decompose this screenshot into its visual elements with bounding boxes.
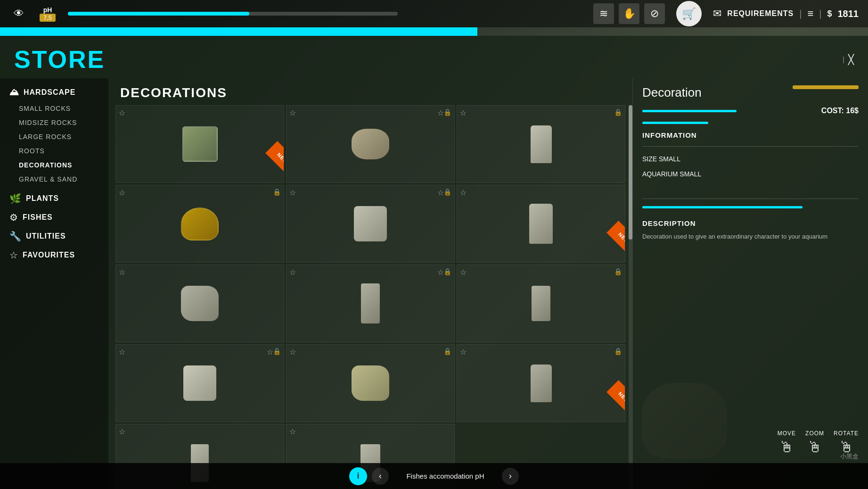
watermark: 小黑盒 bbox=[840, 452, 859, 461]
money-amount: 1811 bbox=[838, 8, 859, 19]
star-icon-11[interactable]: ☆ bbox=[289, 348, 296, 356]
fishes-label: FISHES bbox=[23, 213, 53, 222]
rotate-label: ROTATE bbox=[834, 430, 859, 437]
store-main-wrapper: ⛰ HARDSCAPE SMALL ROCKS MIDSIZE ROCKS LA… bbox=[0, 78, 868, 489]
new-badge-1: NEW bbox=[265, 141, 284, 176]
hud-divider2: | bbox=[819, 8, 821, 19]
hud-divider: | bbox=[799, 8, 802, 19]
move-control[interactable]: MOVE 🖱 bbox=[778, 430, 796, 456]
star-icon-5b[interactable]: ☆ bbox=[437, 188, 444, 197]
sidebar-item-large-rocks[interactable]: LARGE ROCKS bbox=[0, 130, 108, 144]
next-button[interactable]: › bbox=[502, 468, 519, 485]
hud-bar: 👁 pH 7,5 ≋ ✋ ⊘ 🛒 ✉ REQUIREMENTS | ≡ | $ … bbox=[0, 0, 868, 27]
eye-icon[interactable]: 👁 bbox=[9, 4, 28, 23]
filter-icon[interactable]: ≋ bbox=[593, 3, 614, 24]
scroll-thumb[interactable] bbox=[629, 105, 632, 240]
store-close-button[interactable]: | ╳ bbox=[843, 54, 854, 65]
list-icon[interactable]: ≡ bbox=[807, 8, 813, 20]
lock-icon-4: 🔒 bbox=[273, 188, 281, 196]
zoom-control[interactable]: ZOOM 🖱 bbox=[805, 430, 824, 456]
sidebar-item-hardscape[interactable]: ⛰ HARDSCAPE bbox=[0, 83, 108, 101]
cost-label: COST: 16$ bbox=[821, 107, 859, 115]
sidebar-item-small-rocks[interactable]: SMALL ROCKS bbox=[0, 101, 108, 116]
item-shape-10 bbox=[183, 365, 216, 401]
sidebar-item-midsize-rocks[interactable]: MIDSIZE ROCKS bbox=[0, 116, 108, 130]
cart-button[interactable]: 🛒 bbox=[676, 1, 702, 26]
grid-item-12[interactable]: ☆ 🔒 NEW bbox=[457, 344, 625, 422]
move-label: MOVE bbox=[778, 430, 796, 437]
sidebar-item-plants[interactable]: 🌿 PLANTS bbox=[0, 189, 108, 208]
star-icon-8b[interactable]: ☆ bbox=[437, 268, 444, 277]
star-icon-5[interactable]: ☆ bbox=[289, 188, 296, 197]
info-button[interactable]: i bbox=[349, 467, 367, 485]
lock-icon-2: 🔒 bbox=[443, 108, 451, 116]
star-icon-9[interactable]: ☆ bbox=[460, 268, 467, 277]
star-icon-2[interactable]: ☆ bbox=[289, 108, 296, 117]
star-icon-13[interactable]: ☆ bbox=[119, 427, 125, 436]
grid-item-8[interactable]: ☆ 🔒 ☆ bbox=[286, 265, 455, 342]
gold-progress-bar bbox=[793, 85, 859, 89]
sidebar-item-fishes[interactable]: ⚙ FISHES bbox=[0, 208, 108, 227]
grid-item-11[interactable]: ☆ 🔒 bbox=[286, 344, 455, 422]
new-badge-12: NEW bbox=[606, 380, 625, 415]
lock-icon-11: 🔒 bbox=[443, 348, 451, 355]
grid-item-6[interactable]: ☆ NEW bbox=[457, 185, 625, 263]
favourites-label: FAVOURITES bbox=[23, 251, 75, 259]
item-shape-2 bbox=[352, 129, 389, 159]
sidebar-item-favourites[interactable]: ☆ FAVOURITES bbox=[0, 246, 108, 265]
mail-icon[interactable]: ✉ bbox=[713, 8, 721, 20]
star-icon-14[interactable]: ☆ bbox=[289, 427, 296, 436]
no-icon[interactable]: ⊘ bbox=[644, 3, 665, 24]
sidebar-item-roots[interactable]: ROOTS bbox=[0, 144, 108, 158]
sidebar: ⛰ HARDSCAPE SMALL ROCKS MIDSIZE ROCKS LA… bbox=[0, 78, 108, 489]
grid-item-10[interactable]: ☆ 🔒 ☆ bbox=[115, 344, 284, 422]
item-shape-12 bbox=[531, 365, 552, 402]
ph-progress-bar bbox=[68, 12, 398, 16]
store-overlay: STORE | ╳ ⛰ HARDSCAPE SMALL ROCKS MIDSIZ… bbox=[0, 36, 868, 489]
sidebar-item-utilities[interactable]: 🔧 UTILITIES bbox=[0, 227, 108, 246]
sidebar-item-gravel-sand[interactable]: GRAVEL & SAND bbox=[0, 172, 108, 186]
star-icon-6[interactable]: ☆ bbox=[460, 188, 467, 197]
grid-item-7[interactable]: ☆ bbox=[115, 265, 284, 342]
star-icon-12[interactable]: ☆ bbox=[460, 348, 467, 356]
item-shape-7 bbox=[181, 286, 219, 321]
dollar-sign: $ bbox=[827, 9, 832, 19]
hud-center-icons: ≋ ✋ ⊘ bbox=[593, 3, 665, 24]
ph-container: pH 7,5 bbox=[40, 6, 56, 22]
item-shape-3 bbox=[531, 125, 552, 163]
grid-item-5[interactable]: ☆ 🔒 ☆ bbox=[286, 185, 455, 263]
grid-item-4[interactable]: ☆ 🔒 bbox=[115, 185, 284, 263]
item-shape-6 bbox=[529, 204, 553, 244]
lock-icon-12: 🔒 bbox=[614, 348, 622, 355]
prev-button[interactable]: ‹ bbox=[372, 468, 389, 485]
star-icon-2b[interactable]: ☆ bbox=[437, 108, 444, 117]
item-shape-5 bbox=[354, 206, 387, 241]
star-icon-10b[interactable]: ☆ bbox=[267, 348, 273, 356]
decorations-title: DECORATIONS bbox=[108, 78, 632, 105]
zoom-icon: 🖱 bbox=[807, 439, 822, 456]
requirements-label[interactable]: REQUIREMENTS bbox=[727, 9, 794, 18]
grid-item-2[interactable]: ☆ 🔒 ☆ bbox=[286, 105, 455, 183]
item-shape-8 bbox=[361, 283, 380, 323]
sidebar-item-decorations[interactable]: DECORATIONS bbox=[0, 158, 108, 172]
plants-icon: 🌿 bbox=[9, 193, 21, 204]
star-icon-1[interactable]: ☆ bbox=[119, 108, 125, 117]
item-shape-1 bbox=[182, 126, 218, 162]
desc-text: Decoration used to give an extraordinary… bbox=[642, 232, 859, 241]
star-icon-3[interactable]: ☆ bbox=[460, 108, 467, 117]
grid-item-1[interactable]: ☆ NEW bbox=[115, 105, 284, 183]
new-badge-6: NEW bbox=[606, 221, 625, 256]
bottom-bar: i ‹ Fishes accomodation pH › bbox=[0, 463, 868, 489]
star-icon-7[interactable]: ☆ bbox=[119, 268, 125, 277]
close-icon[interactable]: ╳ bbox=[848, 54, 854, 65]
ph-label: pH bbox=[43, 6, 52, 14]
star-icon-10[interactable]: ☆ bbox=[119, 348, 125, 356]
star-icon-4[interactable]: ☆ bbox=[119, 188, 125, 197]
hand-icon[interactable]: ✋ bbox=[619, 3, 639, 24]
desc-separator bbox=[642, 199, 859, 199]
grid-item-9[interactable]: ☆ 🔒 bbox=[457, 265, 625, 342]
ph-bar-row bbox=[0, 27, 868, 36]
info-separator bbox=[642, 146, 859, 147]
grid-item-3[interactable]: ☆ 🔒 bbox=[457, 105, 625, 183]
star-icon-8[interactable]: ☆ bbox=[289, 268, 296, 277]
